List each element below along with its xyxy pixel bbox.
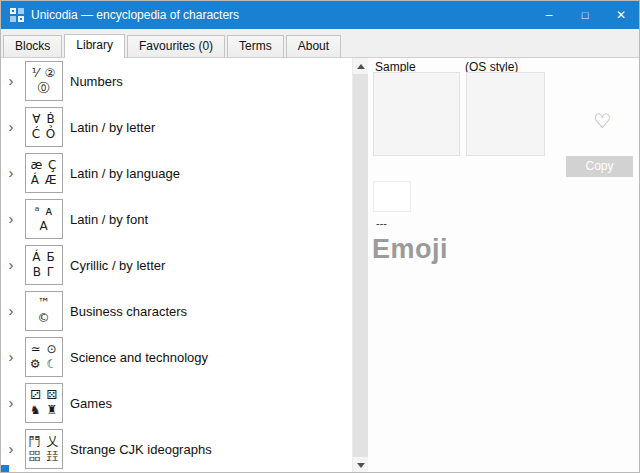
scrollbar-track[interactable]	[353, 74, 368, 457]
category-icon: æ Ç Á Æ	[25, 153, 63, 193]
library-item-label: Strange CJK ideographs	[70, 442, 212, 457]
category-icon: ⅟ ② ⓪	[25, 61, 63, 101]
tab-about[interactable]: About	[286, 35, 341, 57]
maximize-button[interactable]: □	[567, 1, 603, 29]
library-item-latin-by-letter[interactable]: › Ɐ Ḃ Ć Ỏ Latin / by letter	[1, 104, 352, 150]
chevron-right-icon[interactable]: ›	[4, 258, 18, 272]
tab-blocks[interactable]: Blocks	[3, 35, 62, 57]
library-item-latin-by-language[interactable]: › æ Ç Á Æ Latin / by language	[1, 150, 352, 196]
library-item-label: Latin / by letter	[70, 120, 155, 135]
copy-button[interactable]: Copy	[566, 156, 633, 177]
main-content: › ⅟ ② ⓪ Numbers › Ɐ Ḃ Ć Ỏ Latin / by let…	[1, 58, 639, 473]
chevron-right-icon[interactable]: ›	[4, 166, 18, 180]
library-item-label: Latin / by language	[70, 166, 180, 181]
app-window: Unicodia — encyclopedia of characters – …	[0, 0, 640, 473]
library-item-strange-cjk-ideographs[interactable]: › 門 乂 㗊 㠭 Strange CJK ideographs	[1, 426, 352, 472]
category-icon: ≃ ⊙ ⚙ ☾	[25, 337, 63, 377]
tab-library[interactable]: Library	[64, 34, 125, 58]
library-item-label: Numbers	[70, 74, 123, 89]
selected-character-cell[interactable]	[373, 181, 411, 212]
chevron-right-icon[interactable]: ›	[4, 350, 18, 364]
codepoint-placeholder: ---	[376, 217, 387, 229]
category-icon: ᵃ ᴀ A	[25, 199, 63, 239]
scroll-down-button[interactable]	[353, 457, 368, 473]
chevron-right-icon[interactable]: ›	[4, 212, 18, 226]
library-item-label: Latin / by font	[70, 212, 148, 227]
category-icon: ™ ©	[25, 291, 63, 331]
tab-terms[interactable]: Terms	[227, 35, 284, 57]
scroll-up-icon	[357, 64, 365, 69]
heart-icon: ♡	[593, 109, 611, 133]
library-item-label: Cyrillic / by letter	[70, 258, 165, 273]
titlebar[interactable]: Unicodia — encyclopedia of characters – …	[1, 1, 639, 29]
library-item-science-and-technology[interactable]: › ≃ ⊙ ⚙ ☾ Science and technology	[1, 334, 352, 380]
library-item-business-characters[interactable]: › ™ © Business characters	[1, 288, 352, 334]
library-item-cyrillic-by-letter[interactable]: › Á Б В Г Cyrillic / by letter	[1, 242, 352, 288]
chevron-right-icon[interactable]: ›	[4, 74, 18, 88]
library-item-label: Science and technology	[70, 350, 208, 365]
favourite-button[interactable]: ♡	[589, 108, 615, 134]
os-style-preview	[466, 72, 545, 156]
library-tree: › ⅟ ② ⓪ Numbers › Ɐ Ḃ Ć Ỏ Latin / by let…	[1, 58, 352, 473]
tab-bar: Blocks Library Favourites (0) Terms Abou…	[1, 29, 639, 58]
category-icon: ⚂ ⚄ ♞ ♜	[25, 383, 63, 423]
close-button[interactable]: ✕	[603, 1, 639, 29]
chevron-right-icon[interactable]: ›	[4, 304, 18, 318]
window-title: Unicodia — encyclopedia of characters	[31, 8, 531, 22]
minimize-button[interactable]: –	[531, 1, 567, 29]
category-icon: Á Б В Г	[25, 245, 63, 285]
category-icon: 門 乂 㗊 㠭	[25, 429, 63, 469]
detail-panel: Sample (OS style) ♡ Copy --- Emoji	[368, 58, 639, 473]
chevron-right-icon[interactable]: ›	[4, 120, 18, 134]
scroll-down-icon	[357, 463, 365, 468]
scrollbar-thumb[interactable]	[353, 74, 368, 457]
chevron-right-icon[interactable]: ›	[4, 442, 18, 456]
library-item-label: Games	[70, 396, 112, 411]
chevron-right-icon[interactable]: ›	[4, 396, 18, 410]
library-item-numbers[interactable]: › ⅟ ② ⓪ Numbers	[1, 58, 352, 104]
section-title: Emoji	[372, 234, 448, 265]
corner-accent	[1, 465, 9, 472]
library-item-latin-by-font[interactable]: › ᵃ ᴀ A Latin / by font	[1, 196, 352, 242]
library-item-games[interactable]: › ⚂ ⚄ ♞ ♜ Games	[1, 380, 352, 426]
app-icon	[9, 7, 25, 23]
library-item-label: Business characters	[70, 304, 187, 319]
sample-preview	[373, 72, 460, 156]
tab-favourites[interactable]: Favourites (0)	[127, 35, 225, 57]
category-icon: Ɐ Ḃ Ć Ỏ	[25, 107, 63, 147]
scroll-up-button[interactable]	[353, 58, 368, 74]
list-scrollbar[interactable]	[352, 58, 368, 473]
